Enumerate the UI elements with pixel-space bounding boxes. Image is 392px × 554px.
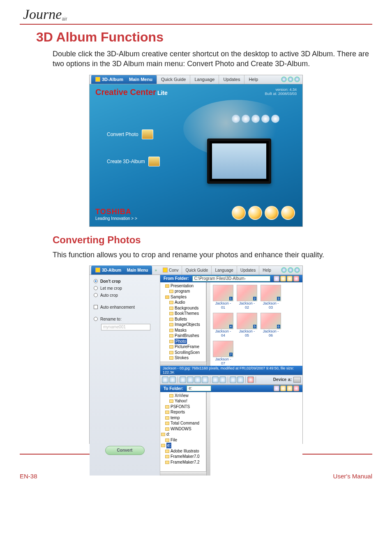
tab-updates[interactable]: Updates: [237, 265, 259, 275]
thumbnail-item[interactable]: 7Jackson - 07: [213, 341, 233, 365]
minimize-icon[interactable]: [281, 76, 287, 82]
tree-item[interactable]: Samples: [171, 294, 187, 300]
tab-language[interactable]: Language: [190, 75, 219, 84]
scrollbar-horizontal[interactable]: [160, 471, 206, 476]
wand-icon[interactable]: [274, 276, 279, 282]
folder-icon: [169, 394, 173, 397]
app-name-label: 3D-Album: [102, 77, 123, 82]
tool-icon[interactable]: [202, 376, 208, 383]
to-header-icons: [274, 385, 299, 391]
tool-icon[interactable]: [287, 385, 293, 391]
tree-item[interactable]: Backgrounds: [175, 305, 198, 311]
tab-main-menu[interactable]: 3D-Album Main Menu: [91, 75, 157, 84]
to-folder-tree[interactable]: XnView Yahoo! PSFONTS Reports temp Total…: [160, 392, 206, 471]
tab-updates[interactable]: Updates: [219, 75, 244, 84]
tool-icon[interactable]: [212, 376, 219, 383]
minimize-icon[interactable]: [281, 267, 287, 273]
brand-logo: Journeair: [23, 7, 372, 21]
tree-item[interactable]: Audio: [175, 300, 185, 305]
tool-icon[interactable]: [194, 376, 201, 383]
thumbnail-item[interactable]: 4Jackson - 04: [213, 313, 233, 337]
tree-item[interactable]: Reports: [171, 409, 185, 415]
tree-item[interactable]: d:: [166, 432, 170, 437]
tool-icon[interactable]: [219, 376, 226, 383]
to-folder-path[interactable]: e:: [187, 385, 211, 391]
checkbox-auto-enhancement[interactable]: Auto enhancement: [94, 305, 156, 309]
tree-item-selected[interactable]: e:: [166, 443, 171, 448]
tool-icon[interactable]: [280, 276, 286, 282]
shortcut-icon[interactable]: [281, 206, 295, 220]
tool-icon[interactable]: [169, 376, 176, 383]
tree-item[interactable]: File: [171, 437, 177, 443]
tab-quick-guide[interactable]: Quick Guide: [182, 265, 211, 275]
tool-icon[interactable]: [162, 376, 168, 383]
thumbnail-item[interactable]: 6Jackson - 06: [261, 313, 281, 337]
option-convert-photo[interactable]: Convert Photo: [107, 129, 153, 139]
tree-item[interactable]: Strokes: [175, 355, 189, 361]
convert-button[interactable]: Convert: [105, 446, 145, 455]
radio-auto-crop[interactable]: Auto crop: [94, 293, 156, 298]
radio-dont-crop[interactable]: Don't crop: [94, 279, 156, 284]
browser-panel: From Folder: C:\Program Files\3D-Album-C…: [160, 275, 302, 476]
tool-icon[interactable]: [287, 276, 293, 282]
tree-item[interactable]: Yahoo!: [175, 398, 187, 404]
wand-icon[interactable]: [274, 385, 279, 391]
radio-rename-to[interactable]: Rename to:: [94, 317, 156, 321]
brand-logo-sub: air: [62, 16, 67, 22]
thumbnail-item[interactable]: 3Jackson - 03: [261, 285, 281, 309]
undo-icon[interactable]: [230, 376, 236, 383]
redo-icon[interactable]: [237, 376, 244, 383]
heart-icon[interactable]: [293, 385, 299, 391]
tree-item-selected[interactable]: Photo: [175, 339, 187, 344]
tree-item[interactable]: Bullets: [175, 316, 187, 322]
tab-help[interactable]: Help: [244, 75, 262, 84]
tree-item[interactable]: Total Command: [171, 420, 199, 426]
shortcut-icon[interactable]: [265, 206, 279, 220]
tree-item[interactable]: PaintBrushes: [175, 333, 199, 339]
tab-help[interactable]: Help: [259, 265, 274, 275]
tool-icon[interactable]: [187, 376, 194, 383]
close-icon[interactable]: [294, 76, 300, 82]
tree-item[interactable]: temp: [171, 415, 180, 421]
maximize-icon[interactable]: [288, 267, 293, 273]
folder-icon: [165, 284, 169, 288]
tab-quick-guide[interactable]: Quick Guide: [157, 75, 190, 84]
scrollbar-vertical[interactable]: [206, 392, 210, 476]
radio-let-me-crop[interactable]: Let me crop: [94, 286, 156, 291]
close-icon[interactable]: [294, 267, 300, 273]
from-folder-tree[interactable]: Presentation program Samples Audio Backg…: [160, 282, 206, 362]
breadcrumb-convert[interactable]: Conv: [159, 265, 182, 275]
tool-icon[interactable]: [280, 385, 286, 391]
tab-main-menu[interactable]: 3D-Album Main Menu: [91, 265, 152, 275]
tool-icon[interactable]: [180, 376, 186, 383]
tree-item[interactable]: FrameMaker7.0: [171, 454, 200, 459]
divider-top: [20, 24, 372, 25]
tree-item[interactable]: ImageObjects: [175, 322, 200, 328]
tree-item[interactable]: Adobe Illustrato: [171, 448, 199, 454]
tree-item[interactable]: PictureFrame: [175, 344, 199, 350]
device-selector[interactable]: Device a:: [273, 377, 301, 383]
tree-item[interactable]: FrameMaker7.2: [171, 459, 200, 465]
tree-item[interactable]: PSFONTS: [171, 404, 190, 410]
tree-item[interactable]: program: [175, 289, 190, 294]
thumbnail-item[interactable]: 2Jackson - 02: [237, 285, 257, 309]
thumbnail-item[interactable]: 1Jackson - 01: [213, 285, 233, 309]
tree-item[interactable]: Masks: [175, 328, 187, 333]
tree-item[interactable]: ScrollingScen: [175, 350, 200, 355]
tab-language[interactable]: Language: [211, 265, 237, 275]
tree-item[interactable]: BookThemes: [175, 311, 199, 316]
from-folder-path[interactable]: C:\Program Files\3D-Album-CC\Samples\Pho…: [192, 276, 270, 282]
maximize-icon[interactable]: [288, 76, 293, 82]
shortcut-icon[interactable]: [232, 206, 246, 220]
tree-item[interactable]: XnView: [175, 393, 189, 399]
scrollbar-vertical[interactable]: [206, 282, 210, 366]
rename-input[interactable]: [101, 324, 150, 330]
heart-icon[interactable]: [293, 276, 299, 282]
delete-icon[interactable]: [247, 376, 254, 383]
tree-item[interactable]: WINDOWS: [171, 426, 191, 432]
option-create-3d-album[interactable]: Create 3D-Album: [107, 157, 160, 166]
scrollbar-horizontal[interactable]: [160, 362, 206, 366]
shortcut-icon[interactable]: [248, 206, 262, 220]
tree-item[interactable]: Presentation: [171, 283, 194, 289]
thumbnail-item[interactable]: 5Jackson - 05: [237, 313, 257, 337]
